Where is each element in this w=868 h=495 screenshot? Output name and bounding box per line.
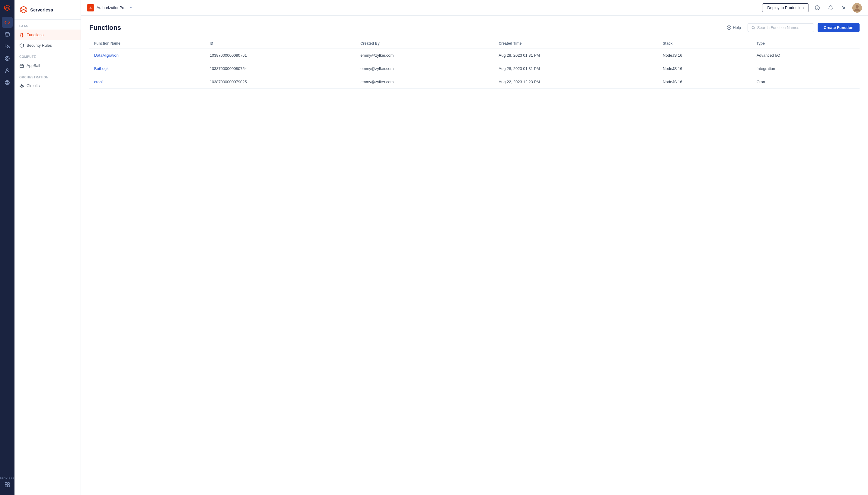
svg-point-9	[5, 56, 9, 61]
cell-function-name[interactable]: BotLogic	[89, 62, 205, 75]
topbar-right: Deploy to Production ?	[762, 3, 862, 13]
topbar: A AuthorizationPo... ▾ Deploy to Product…	[81, 0, 868, 16]
cell-type: Cron	[752, 75, 859, 89]
page-area: Functions ? Help Create Function	[81, 16, 868, 495]
page-title: Functions	[89, 24, 121, 32]
rail-item-deploy[interactable]	[2, 53, 13, 64]
search-box[interactable]	[748, 23, 814, 32]
functions-table: Function Name ID Created By Created Time…	[89, 38, 859, 89]
svg-text:?: ?	[817, 6, 819, 10]
main-content: A AuthorizationPo... ▾ Deploy to Product…	[81, 0, 868, 495]
search-icon	[752, 25, 755, 30]
col-stack: Stack	[658, 38, 752, 49]
shield-icon	[19, 43, 24, 48]
sidebar-logo-icon	[19, 5, 28, 14]
user-avatar[interactable]	[852, 3, 862, 13]
svg-point-28	[23, 86, 24, 86]
col-created-by: Created By	[356, 38, 494, 49]
rail-item-connect[interactable]	[2, 77, 13, 88]
table-header: Function Name ID Created By Created Time…	[89, 38, 859, 49]
rail-item-api[interactable]	[2, 41, 13, 52]
cell-function-name[interactable]: cron1	[89, 75, 205, 89]
rail-bottom: Services	[0, 475, 15, 495]
cell-created-time: Aug 22, 2023 12:23 PM	[494, 75, 658, 89]
rail-logo[interactable]	[2, 2, 13, 13]
project-dropdown-icon[interactable]: ▾	[130, 6, 132, 10]
svg-line-30	[21, 86, 22, 87]
sidebar-title: Serverless	[30, 7, 53, 12]
svg-point-25	[20, 86, 21, 86]
rail-item-database[interactable]	[2, 29, 13, 40]
svg-line-32	[22, 86, 23, 87]
cell-id: 10387000000080761	[205, 49, 356, 62]
svg-point-11	[6, 69, 8, 70]
col-id: ID	[205, 38, 356, 49]
icon-rail: Services	[0, 0, 15, 495]
page-header: Functions ? Help Create Function	[89, 23, 859, 32]
cell-stack: NodeJS 16	[658, 49, 752, 62]
svg-point-10	[6, 57, 8, 59]
help-button[interactable]: ? Help	[724, 23, 744, 32]
cell-id: 10387000000079025	[205, 75, 356, 89]
function-name-link[interactable]: BotLogic	[94, 66, 110, 71]
svg-rect-4	[5, 45, 7, 46]
svg-line-41	[754, 28, 755, 29]
svg-point-37	[856, 5, 859, 8]
svg-rect-17	[7, 485, 9, 487]
help-topbar-icon[interactable]: ?	[813, 3, 822, 13]
svg-text:?: ?	[728, 27, 730, 30]
project-badge: A	[87, 4, 94, 12]
cell-function-name[interactable]: DataMigration	[89, 49, 205, 62]
cell-stack: NodeJS 16	[658, 75, 752, 89]
notifications-icon[interactable]	[826, 3, 835, 13]
sidebar-section-faas: FaaS	[15, 20, 81, 30]
sidebar-item-appsail[interactable]: AppSail	[15, 60, 81, 70]
rail-item-grid[interactable]	[2, 479, 13, 490]
function-name-link[interactable]: DataMigration	[94, 53, 119, 57]
functions-icon: {}	[19, 32, 24, 37]
cell-created-by: emmy@zylker.com	[356, 75, 494, 89]
sidebar-functions-label: Functions	[27, 33, 44, 37]
function-name-link[interactable]: cron1	[94, 80, 104, 84]
project-name: AuthorizationPo...	[97, 5, 128, 10]
sidebar-circuits-label: Circuits	[27, 84, 39, 88]
sidebar-header: Serverless	[15, 0, 81, 20]
help-label: Help	[733, 25, 741, 30]
deploy-to-production-button[interactable]: Deploy to Production	[762, 3, 809, 12]
svg-line-29	[21, 85, 22, 86]
svg-point-35	[843, 7, 845, 8]
rail-item-code[interactable]	[2, 17, 13, 28]
search-input[interactable]	[757, 25, 810, 30]
svg-rect-21	[20, 65, 23, 68]
appsail-icon	[19, 63, 24, 68]
cell-created-time: Aug 28, 2023 01:31 PM	[494, 62, 658, 75]
sidebar-item-security-rules[interactable]: Security Rules	[15, 40, 81, 50]
sidebar-item-functions[interactable]: {} Functions	[15, 30, 81, 40]
col-created-time: Created Time	[494, 38, 658, 49]
svg-rect-15	[7, 483, 9, 484]
cell-type: Integration	[752, 62, 859, 75]
table-row: cron1 10387000000079025 emmy@zylker.com …	[89, 75, 859, 89]
cell-created-time: Aug 28, 2023 01:31 PM	[494, 49, 658, 62]
page-header-actions: ? Help Create Function	[724, 23, 859, 32]
table-row: DataMigration 10387000000080761 emmy@zyl…	[89, 49, 859, 62]
cell-id: 10387000000080754	[205, 62, 356, 75]
sidebar-appsail-label: AppSail	[27, 63, 40, 68]
svg-point-3	[5, 33, 9, 34]
sidebar-security-rules-label: Security Rules	[27, 43, 52, 48]
services-label: Services	[0, 477, 15, 479]
sidebar-section-compute: COMPUTE	[15, 50, 81, 60]
circuits-icon	[19, 84, 24, 88]
sidebar-section-orchestration: ORCHESTRATION	[15, 71, 81, 81]
topbar-left: A AuthorizationPo... ▾	[87, 4, 132, 12]
settings-icon[interactable]	[839, 3, 849, 13]
sidebar-item-circuits[interactable]: Circuits	[15, 81, 81, 91]
svg-line-31	[22, 85, 23, 86]
svg-rect-16	[5, 485, 7, 487]
cell-type: Advanced I/O	[752, 49, 859, 62]
table-row: BotLogic 10387000000080754 emmy@zylker.c…	[89, 62, 859, 75]
create-function-button[interactable]: Create Function	[818, 23, 859, 32]
svg-point-40	[752, 26, 754, 29]
rail-item-users[interactable]	[2, 65, 13, 76]
col-function-name: Function Name	[89, 38, 205, 49]
